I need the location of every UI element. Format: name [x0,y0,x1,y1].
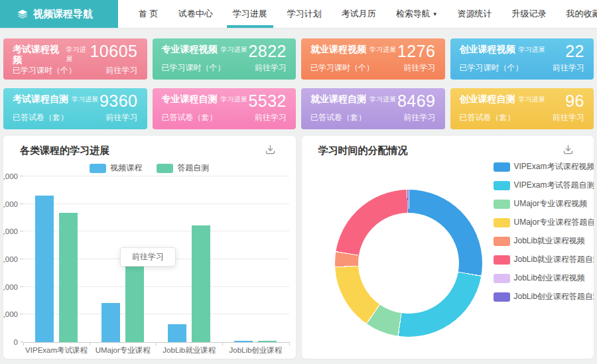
legend-swatch [90,164,106,173]
stat-card-sublabel: 已学习课时（个） [310,62,374,74]
x-axis-label: VIPExam考试课程 [23,345,90,355]
stat-card-tag: 学习进展 [369,95,396,104]
brand-logo[interactable]: 视频课程导航 [0,0,118,28]
nav-item-label: 资源统计 [458,8,492,20]
stat-card-sublabel: 已答试卷（套） [460,112,515,123]
bar-答题自测-UMajor专业课程[interactable] [125,266,144,342]
download-icon[interactable] [265,144,276,155]
stat-card-创业课程自测[interactable]: 创业课程自测 学习进展 96 已答试卷（套） 前往学习 [450,88,594,129]
bar-视频课程-VIPExam考试课程[interactable] [35,196,54,342]
x-axis-label: UMajor专业课程 [90,345,156,355]
stat-card-sublabel: 已学习课时（个） [162,62,226,74]
x-axis-label: JobLib就业课程 [156,345,222,355]
go-study-link[interactable]: 前往学习 [553,112,584,123]
legend-item-VIPExam考试答题自测[interactable]: VIPExam考试答题自测 [494,180,594,191]
stat-card-footer: 已答试卷（套） 前往学习 [310,112,436,123]
legend-item-JobLib就业课程视频[interactable]: JobLib就业课程视频 [494,235,594,247]
stat-card-value: 22 [565,44,584,59]
legend-item-JobLib创业课程答题自测[interactable]: JobLib创业课程答题自测 [494,291,594,302]
bar-视频课程-JobLib就业课程[interactable] [168,324,186,342]
stat-card-title: 专业课程视频 [162,44,218,54]
go-study-link[interactable]: 前往学习 [255,62,287,74]
nav-item-检索导航[interactable]: 检索导航 ▼ [386,0,448,28]
stat-card-footer: 已学习课时（个） 前往学习 [460,62,585,74]
legend-item-JobLib创业课程视频[interactable]: JobLib创业课程视频 [494,273,594,284]
go-study-link[interactable]: 前往学习 [255,112,287,123]
legend-swatch [494,200,510,209]
stat-card-tag: 学习进展 [221,45,247,54]
nav-item-升级记录[interactable]: 升级记录 ▼ [502,0,557,28]
nav-item-学习进展[interactable]: 学习进展 ▼ [223,0,277,28]
stat-card-tag: 学习进展 [221,95,247,104]
legend-label: UMajor专业课程答题自测 [514,217,594,228]
legend-item-视频课程[interactable]: 视频课程 [90,162,142,174]
stat-card-考试课程自测[interactable]: 考试课程自测 学习进展 9360 已答试卷（套） 前往学习 [3,88,147,129]
legend-label: VIPExam考试答题自测 [514,180,594,191]
bar-答题自测-JobLib就业课程[interactable] [192,225,210,342]
legend-item-JobLib就业课程答题自测[interactable]: JobLib就业课程答题自测 [494,254,594,265]
stat-card-title: 创业课程自测 [460,93,515,104]
download-icon[interactable] [563,144,574,155]
legend-label: 视频课程 [110,162,142,174]
go-study-link[interactable]: 前往学习 [553,62,584,74]
stat-card-专业课程视频[interactable]: 专业课程视频 学习进展 2822 已学习课时（个） 前往学习 [153,38,297,80]
main-content: 考试课程视频 学习进展 10605 已学习课时（个） 前往学习 专业课程视频 学… [0,38,597,359]
stat-card-footer: 已学习课时（个） 前往学习 [310,62,436,74]
y-tick-label: 0 [14,338,18,346]
stat-card-title: 就业课程视频 [310,44,366,54]
y-tick-mark [20,176,23,176]
nav-item-我的收藏[interactable]: 我的收藏 ▼ [557,0,597,28]
stat-card-就业课程视频[interactable]: 就业课程视频 学习进展 1276 已学习课时（个） 前往学习 [301,38,445,80]
stat-card-footer: 已答试卷（套） 前往学习 [162,112,287,123]
pie-chart-card: 学习时间的分配情况 VIPExam考试课程视频 VIPExam考试答题自测 UM… [302,136,594,359]
stat-card-footer: 已学习课时（个） 前往学习 [162,62,287,74]
stat-card-title: 创业课程视频 [460,44,515,54]
nav-item-首 页[interactable]: 首 页 ▼ [129,0,168,28]
stat-card-专业课程自测[interactable]: 专业课程自测 学习进展 5532 已答试卷（套） 前往学习 [153,88,297,129]
go-study-link[interactable]: 前往学习 [404,112,436,123]
nav-item-label: 学习进展 [233,8,267,20]
legend-label: JobLib创业课程视频 [514,273,585,284]
bar-答题自测-JobLib创业课程[interactable] [258,341,277,342]
x-tick-mark [289,342,290,345]
bar-chart-card: 各类课程的学习进展 视频课程 答题自测 02,0004,0006,0008,00… [3,136,296,359]
nav-item-label: 检索导航 [396,8,431,20]
legend-item-答题自测[interactable]: 答题自测 [157,162,209,174]
stat-card-header: 就业课程视频 学习进展 1276 [310,44,436,59]
stat-card-创业课程视频[interactable]: 创业课程视频 学习进展 22 已学习课时（个） 前往学习 [450,38,594,80]
brand-title: 视频课程导航 [33,8,93,21]
bar-视频课程-UMajor专业课程[interactable] [101,303,120,342]
legend-label: UMajor专业课程视频 [514,198,588,210]
legend-label: JobLib就业课程答题自测 [514,254,594,265]
bar-答题自测-VIPExam考试课程[interactable] [59,213,78,342]
go-study-link[interactable]: 前往学习 [404,62,436,74]
stat-card-就业课程自测[interactable]: 就业课程自测 学习进展 8469 已答试卷（套） 前往学习 [301,88,445,129]
legend-item-UMajor专业课程答题自测[interactable]: UMajor专业课程答题自测 [494,217,594,228]
stat-card-tag: 学习进展 [519,95,545,104]
nav-item-学习计划[interactable]: 学习计划 ▼ [277,0,332,28]
nav-item-试卷中心[interactable]: 试卷中心 ▼ [168,0,223,28]
nav-item-考试月历[interactable]: 考试月历 ▼ [332,0,386,28]
chart-tooltip-go-study[interactable]: 前往学习 [120,247,176,267]
y-tick-label: 4,000 [3,283,18,291]
nav-item-资源统计[interactable]: 资源统计 ▼ [448,0,502,28]
layers-icon [17,9,28,19]
legend-swatch [494,255,510,265]
legend-item-VIPExam考试课程视频[interactable]: VIPExam考试课程视频 [494,161,594,172]
go-study-link[interactable]: 前往学习 [106,112,138,123]
pie-chart-legend: VIPExam考试课程视频 VIPExam考试答题自测 UMajor专业课程视频… [494,161,594,302]
stat-card-value: 8469 [397,93,436,109]
stat-card-value: 1276 [397,44,436,59]
stat-card-header: 创业课程视频 学习进展 22 [460,44,585,59]
bar-视频课程-JobLib创业课程[interactable] [234,341,253,342]
donut-chart[interactable] [335,190,482,337]
go-study-link[interactable]: 前往学习 [106,65,138,76]
stat-card-考试课程视频[interactable]: 考试课程视频 学习进展 10605 已学习课时（个） 前往学习 [3,38,147,80]
stat-card-title: 就业课程自测 [310,93,366,104]
chevron-down-icon: ▼ [432,11,438,17]
stat-card-tag: 学习进展 [369,45,396,54]
nav-item-label: 考试月历 [342,8,376,20]
stat-card-title: 专业课程自测 [162,93,218,104]
stat-card-title: 考试课程自测 [13,93,68,104]
legend-item-UMajor专业课程视频[interactable]: UMajor专业课程视频 [494,198,594,210]
